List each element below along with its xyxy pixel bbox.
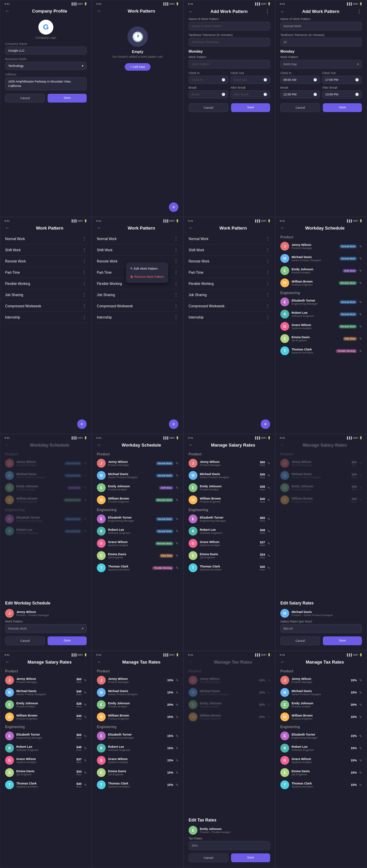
more-button[interactable]: ⋮ bbox=[82, 236, 87, 241]
more-button[interactable]: ⋮ bbox=[82, 303, 87, 309]
save-button[interactable]: Save bbox=[231, 103, 270, 112]
edit-icon[interactable]: ✎ bbox=[359, 734, 362, 738]
work-pattern-select[interactable]: Work Pattern bbox=[189, 60, 270, 69]
cancel-button[interactable]: Cancel bbox=[189, 103, 228, 112]
edit-icon[interactable]: ✎ bbox=[84, 462, 87, 465]
remove-work-pattern[interactable]: 🗑 Remove Work Pattern bbox=[126, 273, 168, 281]
back-button[interactable]: ← bbox=[189, 442, 193, 448]
more-button[interactable]: ⋮ bbox=[265, 258, 270, 264]
edit-icon[interactable]: ✎ bbox=[267, 462, 270, 465]
cancel-button[interactable]: Cancel bbox=[189, 853, 228, 862]
edit-icon[interactable]: ✎ bbox=[267, 498, 270, 502]
back-button[interactable]: ← bbox=[5, 8, 10, 14]
edit-icon[interactable]: ✎ bbox=[267, 679, 270, 682]
more-button[interactable]: ⋮ bbox=[174, 236, 178, 241]
more-button[interactable]: ⋮ bbox=[356, 8, 362, 15]
tardiness-input[interactable]: Tardiness Tolerance bbox=[189, 38, 270, 47]
clock-in-input[interactable]: 09:00 AM🕐 bbox=[280, 76, 320, 84]
edit-icon[interactable]: ✎ bbox=[267, 529, 270, 533]
more-button[interactable]: ⋮ bbox=[82, 247, 87, 253]
edit-icon[interactable]: ✎ bbox=[176, 517, 178, 521]
tardiness-input[interactable]: 10 bbox=[280, 38, 362, 47]
clock-out-input[interactable]: 17:00 PM🕐 bbox=[322, 76, 362, 84]
more-button[interactable]: ⋮ bbox=[265, 292, 270, 297]
edit-icon[interactable]: ✎ bbox=[359, 771, 362, 775]
edit-icon[interactable]: ✎ bbox=[359, 349, 362, 353]
break-input[interactable]: 12:00 PM🕐 bbox=[280, 90, 320, 98]
edit-icon[interactable]: ✎ bbox=[84, 783, 87, 787]
fab-button[interactable]: + bbox=[169, 419, 178, 429]
edit-icon[interactable]: ✎ bbox=[84, 679, 87, 682]
edit-icon[interactable]: ✎ bbox=[84, 498, 87, 502]
edit-icon[interactable]: ✎ bbox=[267, 486, 270, 490]
break-input[interactable]: Break🕐 bbox=[189, 90, 228, 98]
edit-icon[interactable]: ✎ bbox=[176, 691, 178, 694]
back-button[interactable]: ← bbox=[5, 225, 10, 231]
edit-icon[interactable]: ✎ bbox=[84, 759, 87, 762]
more-button[interactable]: ⋮ bbox=[82, 292, 87, 297]
edit-icon[interactable]: ✎ bbox=[359, 312, 362, 316]
back-button[interactable]: ← bbox=[189, 225, 193, 231]
edit-icon[interactable]: ✎ bbox=[359, 281, 362, 285]
edit-icon[interactable]: ✎ bbox=[359, 486, 362, 490]
cancel-button[interactable]: Cancel bbox=[5, 94, 45, 103]
back-button[interactable]: ← bbox=[280, 659, 285, 665]
edit-icon[interactable]: ✎ bbox=[359, 759, 362, 762]
edit-icon[interactable]: ✎ bbox=[84, 691, 87, 694]
edit-icon[interactable]: ✎ bbox=[267, 542, 270, 545]
edit-icon[interactable]: ✎ bbox=[176, 759, 178, 762]
more-button[interactable]: ⋮ bbox=[265, 247, 270, 253]
more-button[interactable]: ⋮ bbox=[82, 281, 87, 286]
save-button[interactable]: Save bbox=[48, 636, 87, 645]
edit-icon[interactable]: ✎ bbox=[176, 554, 178, 558]
edit-icon[interactable]: ✎ bbox=[176, 529, 178, 533]
edit-icon[interactable]: ✎ bbox=[359, 691, 362, 694]
more-button[interactable]: ⋮ bbox=[174, 292, 178, 297]
clock-in-input[interactable]: Clock In🕐 bbox=[189, 76, 228, 84]
back-button[interactable]: ← bbox=[280, 442, 285, 448]
edit-icon[interactable]: ✎ bbox=[84, 529, 87, 533]
after-break-input[interactable]: 13:00 PM🕐 bbox=[322, 90, 362, 98]
more-button[interactable]: ⋮ bbox=[174, 258, 178, 264]
work-pattern-select[interactable]: Work Day▾ bbox=[280, 60, 362, 69]
edit-icon[interactable]: ✎ bbox=[84, 517, 87, 521]
back-button[interactable]: ← bbox=[189, 659, 193, 665]
more-button[interactable]: ⋮ bbox=[265, 303, 270, 309]
more-button[interactable]: ⋮ bbox=[174, 281, 178, 286]
more-button[interactable]: ⋮ bbox=[174, 270, 178, 275]
save-button[interactable]: Save bbox=[323, 636, 362, 645]
edit-icon[interactable]: ✎ bbox=[267, 703, 270, 707]
edit-icon[interactable]: ✎ bbox=[267, 554, 270, 558]
edit-icon[interactable]: ✎ bbox=[176, 679, 178, 682]
salary-input[interactable]: $50.00 bbox=[280, 624, 362, 633]
edit-icon[interactable]: ✎ bbox=[359, 715, 362, 719]
name-input[interactable]: Normal Work bbox=[280, 22, 362, 31]
more-button[interactable]: ⋮ bbox=[174, 303, 178, 309]
work-pattern-select[interactable]: Remote Work▾ bbox=[5, 624, 87, 633]
edit-icon[interactable]: ✎ bbox=[359, 462, 362, 465]
back-button[interactable]: ← bbox=[97, 659, 102, 665]
add-new-button[interactable]: + Add New bbox=[125, 63, 151, 71]
edit-icon[interactable]: ✎ bbox=[359, 245, 362, 248]
fab-button[interactable]: + bbox=[77, 419, 87, 429]
edit-icon[interactable]: ✎ bbox=[359, 269, 362, 273]
cancel-button[interactable]: Cancel bbox=[5, 636, 45, 645]
edit-icon[interactable]: ✎ bbox=[84, 474, 87, 477]
back-button[interactable]: ← bbox=[280, 9, 285, 14]
edit-icon[interactable]: ✎ bbox=[84, 715, 87, 719]
edit-icon[interactable]: ✎ bbox=[267, 474, 270, 477]
edit-icon[interactable]: ✎ bbox=[359, 498, 362, 502]
edit-work-pattern[interactable]: ✎ Edit Work Pattern bbox=[126, 265, 168, 273]
edit-icon[interactable]: ✎ bbox=[359, 679, 362, 682]
edit-icon[interactable]: ✎ bbox=[359, 783, 362, 787]
edit-icon[interactable]: ✎ bbox=[359, 325, 362, 328]
edit-icon[interactable]: ✎ bbox=[84, 771, 87, 775]
after-break-input[interactable]: After Break🕐 bbox=[230, 90, 270, 98]
edit-icon[interactable]: ✎ bbox=[176, 474, 178, 477]
back-button[interactable]: ← bbox=[189, 9, 193, 14]
fab-button[interactable]: + bbox=[169, 202, 178, 212]
edit-icon[interactable]: ✎ bbox=[359, 746, 362, 750]
more-button[interactable]: ⋮ bbox=[174, 314, 178, 320]
edit-icon[interactable]: ✎ bbox=[84, 734, 87, 738]
more-button[interactable]: ⋮ bbox=[265, 270, 270, 275]
